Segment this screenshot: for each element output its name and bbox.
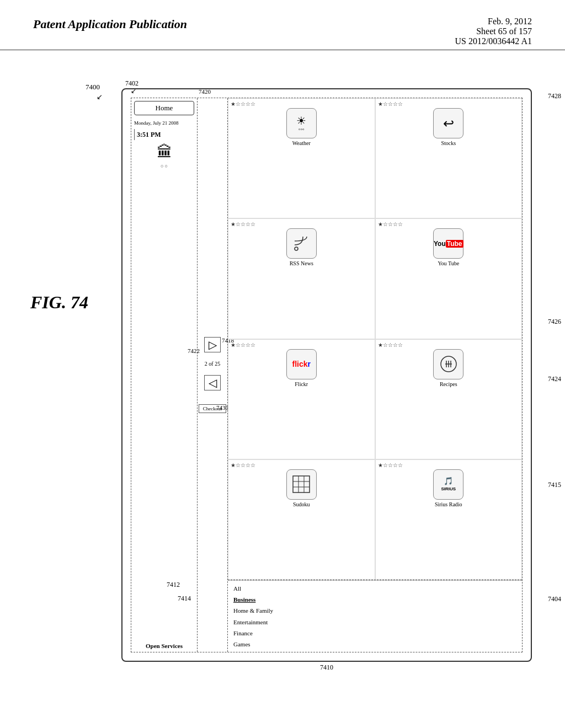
app-cell-flickr: ★☆☆☆☆ flickr Flickr bbox=[228, 339, 375, 459]
page-header: Patent Application Publication Feb. 9, 2… bbox=[0, 17, 565, 46]
weather-label: Weather bbox=[292, 140, 311, 146]
rss-label: RSS News bbox=[290, 260, 313, 266]
apps-section: ★☆☆☆☆ ☀ °°° Weather ★☆☆☆☆ ↩ Stocks bbox=[228, 98, 522, 652]
label-7400: 7400 bbox=[86, 83, 100, 92]
label-7428: 7428 bbox=[548, 92, 561, 100]
recipes-svg bbox=[438, 354, 459, 374]
arrow-7402: ↙ bbox=[131, 87, 136, 95]
app-cell-weather: ★☆☆☆☆ ☀ °°° Weather bbox=[228, 98, 375, 218]
sheet-info: Sheet 65 of 157 bbox=[455, 26, 532, 36]
label-7410: 7410 bbox=[320, 663, 333, 672]
label-7404: 7404 bbox=[548, 595, 561, 603]
label-7414: 7414 bbox=[178, 595, 191, 603]
youtube-icon[interactable]: YouTube bbox=[433, 228, 463, 259]
date-display: Monday, July 21 2008 bbox=[134, 120, 194, 127]
nav-arrow-down[interactable]: ◁ bbox=[204, 375, 221, 390]
time-display: 3:51 PM bbox=[137, 130, 161, 140]
app-cell-recipes: ★☆☆☆☆ Recipes bbox=[375, 339, 523, 459]
sudoku-stars: ★☆☆☆☆ bbox=[231, 462, 255, 468]
sudoku-label: Sudoku bbox=[293, 501, 310, 507]
sidebar: Home Monday, July 21 2008 3:51 PM 🏛 ○ ○ … bbox=[131, 98, 198, 652]
cat-finance[interactable]: Finance bbox=[231, 629, 519, 637]
svg-rect-6 bbox=[293, 476, 310, 493]
stocks-icon[interactable]: ↩ bbox=[433, 108, 463, 138]
label-7430: 7430 bbox=[216, 404, 228, 411]
sirius-stars: ★☆☆☆☆ bbox=[378, 462, 403, 468]
home-tab[interactable]: Home bbox=[134, 101, 194, 115]
cat-business[interactable]: Business bbox=[231, 596, 519, 603]
label-7412: 7412 bbox=[167, 581, 180, 589]
sudoku-icon[interactable] bbox=[286, 469, 317, 500]
sirius-label: Sirius Radio bbox=[435, 501, 462, 507]
patent-number: US 2012/0036442 A1 bbox=[455, 36, 532, 46]
svg-point-0 bbox=[295, 247, 298, 250]
cat-games[interactable]: Games bbox=[231, 640, 519, 648]
label-7402: 7402 bbox=[125, 79, 138, 88]
publication-date: Feb. 9, 2012 bbox=[455, 17, 532, 26]
nav-column: 7420 7418 ▷ 2 of 25 7422 ◁ 7430 Checkout bbox=[198, 98, 228, 652]
recipes-stars: ★☆☆☆☆ bbox=[378, 342, 403, 348]
app-cell-sudoku: ★☆☆☆☆ Sudoku bbox=[228, 459, 375, 580]
cat-all[interactable]: All bbox=[231, 585, 519, 592]
building-icon: 🏛 bbox=[157, 144, 172, 160]
weather-icon[interactable]: ☀ °°° bbox=[286, 108, 317, 138]
nav-arrow-up[interactable]: ▷ bbox=[204, 337, 221, 352]
flickr-label: Flickr bbox=[295, 381, 308, 387]
rss-stars: ★☆☆☆☆ bbox=[231, 221, 255, 227]
header-right: Feb. 9, 2012 Sheet 65 of 157 US 2012/003… bbox=[455, 17, 532, 46]
flickr-stars: ★☆☆☆☆ bbox=[231, 342, 255, 348]
youtube-stars: ★☆☆☆☆ bbox=[378, 221, 403, 227]
arrow-7400: ↙ bbox=[97, 93, 103, 101]
icon-dots: ○ ○ bbox=[161, 163, 168, 169]
category-tabs: All Business Home & Family Entertainment… bbox=[228, 580, 522, 652]
cat-home-family[interactable]: Home & Family bbox=[231, 607, 519, 614]
apps-grid: ★☆☆☆☆ ☀ °°° Weather ★☆☆☆☆ ↩ Stocks bbox=[228, 98, 522, 580]
rss-svg bbox=[292, 234, 311, 253]
youtube-label: You Tube bbox=[438, 260, 459, 266]
diagram-area: 7400 ↙ 7402 ↙ Home Monday, July 21 2008 … bbox=[55, 88, 532, 662]
sudoku-svg bbox=[290, 473, 312, 495]
sidebar-icons: 🏛 ○ ○ bbox=[134, 144, 194, 643]
cat-entertainment[interactable]: Entertainment bbox=[231, 618, 519, 626]
label-7420: 7420 bbox=[199, 88, 211, 95]
sirius-icon[interactable]: 🎵 SIRIUS bbox=[433, 469, 463, 500]
stocks-stars: ★☆☆☆☆ bbox=[378, 101, 403, 107]
label-7424: 7424 bbox=[548, 375, 561, 383]
recipes-label: Recipes bbox=[440, 381, 457, 387]
stocks-label: Stocks bbox=[441, 140, 456, 146]
device-frame: 7402 ↙ Home Monday, July 21 2008 3:51 PM… bbox=[121, 88, 532, 662]
recipes-icon[interactable] bbox=[433, 349, 463, 379]
rss-icon[interactable] bbox=[286, 228, 317, 259]
label-7415: 7415 bbox=[548, 481, 561, 489]
datetime-area: Monday, July 21 2008 3:51 PM bbox=[134, 120, 194, 140]
open-services-label: Open Services bbox=[134, 643, 194, 649]
count-display: 2 of 25 bbox=[205, 361, 220, 367]
weather-stars: ★☆☆☆☆ bbox=[231, 101, 255, 107]
header-divider bbox=[0, 50, 565, 50]
flickr-icon[interactable]: flickr bbox=[286, 349, 317, 379]
app-cell-youtube: ★☆☆☆☆ YouTube You Tube bbox=[375, 218, 523, 339]
publication-title: Patent Application Publication bbox=[33, 17, 187, 33]
app-cell-sirius: ★☆☆☆☆ 🎵 SIRIUS Sirius Radio bbox=[375, 459, 523, 580]
app-cell-rssnews: ★☆☆☆☆ RSS News bbox=[228, 218, 375, 339]
label-7426: 7426 bbox=[548, 318, 561, 326]
label-7422: 7422 bbox=[188, 347, 200, 354]
app-cell-stocks: ★☆☆☆☆ ↩ Stocks bbox=[375, 98, 523, 218]
device-inner: Home Monday, July 21 2008 3:51 PM 🏛 ○ ○ … bbox=[131, 98, 523, 652]
